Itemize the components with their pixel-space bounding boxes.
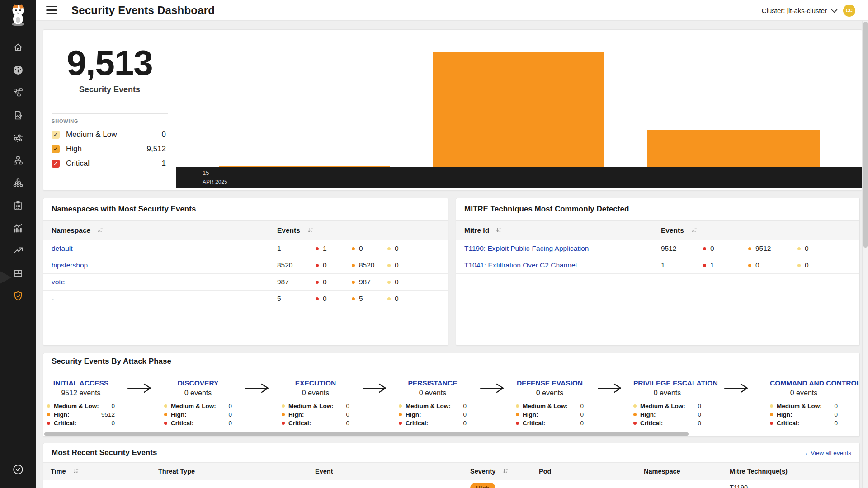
column-header-mitre[interactable]: Mitre Technique(s) [730,468,859,475]
phase-arrow-icon [362,382,388,394]
critical-dot-icon [316,297,319,300]
column-header-events[interactable]: Events [277,226,316,235]
phase-arrow-icon [127,382,153,394]
events-total: 5 [277,295,316,303]
compliance-clipboard-icon[interactable] [12,200,24,211]
statistics-chart-icon[interactable] [12,222,24,234]
sort-icon[interactable] [496,227,502,233]
phase-name: PRIVILEGE ESCALATION [633,379,701,387]
phase-event-count: 0 events [770,389,838,397]
app-logo-cat[interactable] [8,4,28,26]
chart-bar[interactable] [647,130,820,168]
phase-name: INITIAL ACCESS [47,379,115,387]
column-header-events[interactable]: Events [661,226,703,235]
filter-label: High [66,145,82,154]
sort-icon[interactable] [307,227,313,233]
sort-icon[interactable] [73,469,79,474]
policy-document-icon[interactable] [12,109,24,121]
critical-dot-icon [282,422,285,425]
security-shield-icon[interactable] [12,290,24,302]
summary-panel: 9,513 Security Events SHOWING ✓ Medium &… [43,30,176,190]
home-icon[interactable] [12,42,24,53]
phase-event-count: 0 events [399,389,467,397]
total-events-label: Security Events [43,85,176,94]
cluster-selector[interactable]: Cluster: jlt-aks-cluster [762,7,836,14]
checkbox-medium-low[interactable]: ✓ [52,131,60,139]
column-header-severity[interactable]: Severity [470,468,539,475]
phase-arrow-icon [479,382,505,394]
column-header-time[interactable]: Time [43,468,158,475]
filter-critical[interactable]: ✓ Critical 1 [52,156,166,171]
high-dot-icon [352,297,355,300]
phase-event-count: 0 events [633,389,701,397]
namespaces-card: Namespaces with Most Security Events Nam… [43,198,448,346]
sort-icon[interactable] [691,227,697,233]
sort-icon[interactable] [503,469,508,474]
registry-storage-icon[interactable] [12,267,24,279]
medium-low-dot-icon [516,404,519,408]
total-events-count: 9,513 [43,45,176,80]
high-dot-icon [770,413,773,416]
checkbox-high[interactable]: ✓ [52,145,60,153]
security-events-dashboard: Security Events Dashboard Cluster: jlt-a… [0,0,868,488]
events-bar-chart: 15 APR 2025 [176,30,862,190]
mitre-technique-link[interactable]: T1041: Exfiltration Over C2 Channel [464,261,577,269]
filter-label: Medium & Low [66,130,117,139]
sort-icon[interactable] [97,227,103,233]
filter-medium-low[interactable]: ✓ Medium & Low 0 [52,127,166,142]
phase-arrow-icon [244,382,270,394]
pod-cluster-icon[interactable] [12,177,24,189]
filter-high[interactable]: ✓ High 9,512 [52,142,166,156]
critical-dot-icon [399,422,402,425]
chart-bar[interactable] [433,52,604,168]
attack-phase-block: COMMAND AND CONTROL0 eventsMedium & Low:… [770,379,838,427]
critical-dot-icon [633,422,637,425]
column-header-event[interactable]: Event [315,468,470,475]
avatar[interactable]: CC [843,5,855,17]
view-all-events-link[interactable]: → View all events [802,450,851,456]
medium-low-dot-icon [164,404,167,408]
attack-phase-block: PERSISTANCE0 eventsMedium & Low:0High:0C… [399,379,467,427]
card-title: Security Events By Attack Phase [52,357,171,366]
namespace-link[interactable]: vote [52,278,65,286]
checkbox-critical[interactable]: ✓ [52,160,60,168]
topology-icon[interactable] [12,87,24,99]
vertical-scrollbar-track[interactable] [862,21,868,488]
attack-phase-card: Security Events By Attack Phase INITIAL … [43,353,860,437]
high-dot-icon [748,247,751,250]
pod-value: - [539,483,644,488]
table-row: T1041: Exfiltration Over C2 Channel 1 1 … [456,257,859,274]
network-nodes-icon[interactable] [12,132,24,144]
critical-dot-icon [316,281,319,284]
mitre-technique-link[interactable]: T1190: Exploit Public-Facing Application [464,244,589,253]
column-header-threat-type[interactable]: Threat Type [158,468,315,475]
medium-low-dot-icon [797,264,801,267]
chevron-down-icon [831,7,837,13]
high-dot-icon [633,413,637,416]
menu-toggle-icon[interactable] [46,6,57,14]
horizontal-scrollbar[interactable] [44,432,689,436]
phase-event-count: 0 events [516,389,584,397]
medium-low-dot-icon [282,404,285,408]
trending-up-icon[interactable] [12,245,24,257]
namespace-link[interactable]: hipstershop [52,261,88,269]
column-header-mitre-id[interactable]: Mitre Id [456,226,661,235]
column-header-namespace[interactable]: Namespace [644,468,730,475]
column-header-pod[interactable]: Pod [539,468,644,475]
phase-arrow-icon [723,382,750,394]
top-bar: Security Events Dashboard Cluster: jlt-a… [36,0,868,21]
namespace-link[interactable]: default [52,244,73,253]
column-header-namespace[interactable]: Namespace [43,226,277,235]
namespace-value: - [644,483,730,488]
medium-low-dot-icon [770,404,773,408]
dashboard-gauge-icon[interactable] [12,64,24,76]
critical-dot-icon [516,422,519,425]
critical-dot-icon [316,247,319,250]
high-dot-icon [748,264,751,267]
verified-badge-icon[interactable] [0,464,36,475]
high-dot-icon [516,413,519,416]
vertical-scrollbar-thumb[interactable] [863,22,868,248]
cluster-selector-label: Cluster: jlt-aks-cluster [762,7,827,14]
sitemap-icon[interactable] [12,155,24,166]
recent-events-card: Most Recent Security Events → View all e… [43,443,860,488]
